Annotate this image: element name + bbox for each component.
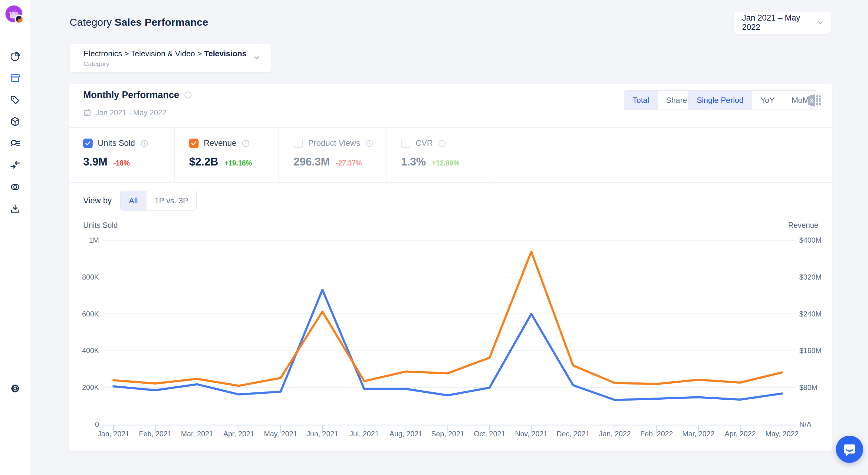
chevron-down-icon: [253, 54, 260, 62]
sidebar-item-overview[interactable]: [10, 51, 21, 62]
sidebar-item-audience-overlap[interactable]: [10, 182, 21, 192]
check-icon: [85, 140, 91, 147]
shopper-intelligence-logo: [5, 5, 24, 24]
metric-delta: -18%: [114, 159, 130, 167]
chevron-down-icon: [816, 19, 824, 27]
tag-icon: [10, 95, 21, 105]
series-units-sold: [114, 290, 782, 400]
metric-label: CVR: [415, 138, 433, 148]
y-axis-left-tick: 600K: [69, 310, 99, 319]
y-axis-left-tick: 400K: [69, 346, 99, 355]
info-icon[interactable]: [365, 139, 374, 148]
page-title-light: Category: [70, 16, 112, 28]
breadcrumb: Electronics > Television & Video >Televi…: [84, 49, 259, 58]
y-axis-right-tick: $400M: [799, 236, 833, 245]
sidebar-item-cross-shopping[interactable]: [10, 159, 21, 170]
view-by-toggle: All 1P vs. 3P: [120, 191, 197, 211]
y-axis-left-tick: 1M: [69, 236, 99, 245]
sidebar-item-products[interactable]: [10, 116, 21, 127]
chat-launcher-button[interactable]: [836, 436, 863, 463]
metric-delta: -27.37%: [336, 159, 362, 167]
toggle-all[interactable]: All: [121, 191, 146, 210]
info-icon[interactable]: [140, 139, 149, 148]
metric-value: 1.3%: [401, 156, 426, 168]
right-axis-title: Revenue: [788, 221, 818, 230]
svg-text:X: X: [810, 98, 813, 104]
product-views-checkbox[interactable]: [293, 138, 303, 148]
sidebar-item-settings[interactable]: [10, 383, 21, 394]
info-icon[interactable]: [184, 91, 192, 99]
check-icon: [190, 140, 197, 147]
page-title-bold: Sales Performance: [115, 16, 209, 28]
metric-label: Revenue: [204, 138, 236, 148]
sidebar-item-search-analysis[interactable]: [10, 138, 21, 149]
y-axis-right-tick: N/A: [799, 420, 833, 429]
toggle-1p-vs-3p[interactable]: 1P vs. 3P: [146, 191, 196, 210]
monthly-performance-panel: Monthly Performance Jan 2021 - May 2022 …: [69, 84, 832, 451]
left-axis-title: Units Sold: [83, 221, 118, 230]
period-toggle: Single Period YoY MoM: [688, 90, 818, 110]
y-axis-right-tick: $320M: [799, 273, 833, 282]
sidebar-item-brands[interactable]: [10, 95, 21, 105]
pie-chart-icon: [10, 51, 21, 62]
kpi-strip: Units Sold 3.9M -18% Revenue: [69, 127, 832, 183]
metric-card-product-views: Product Views 296.3M -27.37%: [279, 127, 386, 182]
info-icon[interactable]: [438, 139, 446, 148]
metric-label: Product Views: [308, 138, 360, 148]
search-list-icon: [10, 138, 21, 149]
y-axis-right-tick: $80M: [799, 383, 833, 392]
y-axis-right-tick: $240M: [799, 310, 833, 319]
panel-title: Monthly Performance: [83, 90, 179, 100]
metric-value: 296.3M: [293, 156, 330, 168]
cvr-checkbox[interactable]: [401, 138, 410, 148]
excel-icon: X: [807, 93, 822, 108]
app-logo[interactable]: [5, 5, 24, 24]
metric-card-units-sold: Units Sold 3.9M -18%: [69, 127, 175, 182]
y-axis-left-tick: 200K: [69, 383, 99, 392]
metric-label: Units Sold: [98, 138, 135, 148]
toggle-total[interactable]: Total: [624, 91, 657, 109]
metric-delta: +12.89%: [432, 159, 459, 167]
panel-date-range-row: Jan 2021 - May 2022: [83, 108, 166, 117]
date-range-value: Jan 2021 – May 2022: [742, 13, 816, 32]
toggle-single-period[interactable]: Single Period: [688, 91, 752, 109]
package-icon: [10, 116, 21, 127]
converging-arrows-icon: [10, 159, 21, 170]
settings-gear-icon: [10, 383, 21, 394]
sidebar-item-downloads[interactable]: [10, 203, 21, 214]
view-by-row: View by All 1P vs. 3P: [83, 191, 197, 211]
venn-circles-icon: [10, 182, 21, 192]
chat-bubble-icon: [842, 441, 858, 457]
metric-delta: +19.16%: [224, 159, 252, 167]
panel-title-row: Monthly Performance: [83, 90, 192, 100]
revenue-checkbox[interactable]: [189, 138, 198, 148]
y-axis-left-tick: 0: [69, 420, 99, 429]
page-title: CategorySales Performance: [70, 16, 208, 28]
panel-date-range: Jan 2021 - May 2022: [95, 108, 166, 117]
y-axis-left-tick: 800K: [69, 273, 99, 282]
performance-chart[interactable]: 1M800K600K400K200K0$400M$320M$240M$160M$…: [69, 235, 832, 447]
info-icon[interactable]: [242, 139, 250, 148]
y-axis-right-tick: $160M: [799, 346, 833, 355]
breadcrumb-current: Televisions: [204, 49, 247, 58]
breadcrumb-sublabel: Category: [84, 60, 259, 67]
breadcrumb-path: Electronics > Television & Video >: [84, 49, 202, 58]
export-excel-button[interactable]: X: [807, 93, 822, 108]
category-selector[interactable]: Electronics > Television & Video >Televi…: [70, 44, 272, 72]
metric-card-revenue: Revenue $2.2B +19.16%: [175, 127, 279, 182]
calendar-icon: [83, 108, 91, 117]
line-chart-svg: [69, 235, 832, 447]
sidebar: [0, 0, 30, 475]
kpi-strip-spacer: [491, 127, 832, 182]
date-range-picker[interactable]: Jan 2021 – May 2022: [734, 11, 831, 34]
metric-value: $2.2B: [189, 156, 218, 168]
metric-value: 3.9M: [83, 156, 107, 168]
sidebar-item-category[interactable]: [10, 73, 21, 84]
total-share-toggle: Total Share: [624, 90, 696, 110]
metric-card-cvr: CVR 1.3% +12.89%: [386, 127, 491, 182]
units-sold-checkbox[interactable]: [83, 138, 93, 148]
view-by-label: View by: [83, 196, 112, 205]
series-revenue-m-: [114, 252, 782, 386]
download-icon: [10, 203, 21, 214]
toggle-yoy[interactable]: YoY: [752, 91, 783, 109]
